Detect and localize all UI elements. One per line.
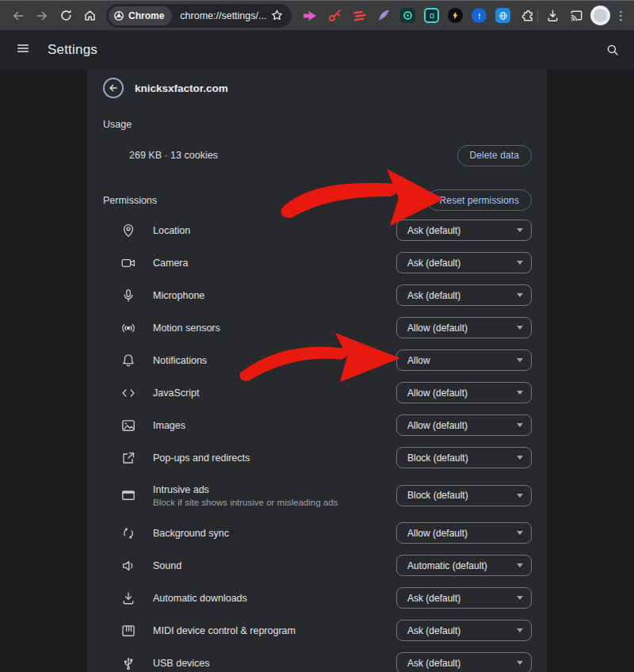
url-chip-label: Chrome bbox=[128, 10, 164, 21]
popup-icon bbox=[120, 450, 136, 466]
permission-selected-value: Ask (default) bbox=[407, 593, 460, 604]
red-key-extension-icon[interactable] bbox=[327, 8, 342, 24]
profile-avatar[interactable] bbox=[588, 4, 612, 28]
permission-label: Pop-ups and redirects bbox=[153, 452, 250, 464]
notifications-icon bbox=[120, 353, 136, 368]
ads-icon bbox=[120, 487, 136, 503]
address-bar[interactable]: Chrome chrome://settings/... bbox=[106, 4, 292, 28]
permission-row-usb: USB devices Ask (default) bbox=[87, 647, 547, 672]
search-icon[interactable] bbox=[605, 43, 620, 60]
permission-select-notifications[interactable]: Allow bbox=[396, 349, 532, 371]
dropdown-caret-icon bbox=[517, 563, 523, 567]
dropdown-caret-icon bbox=[517, 228, 523, 232]
permission-label: Automatic downloads bbox=[153, 593, 247, 604]
back-button[interactable] bbox=[103, 78, 124, 98]
permission-label: JavaScript bbox=[153, 388, 199, 399]
permission-row-camera: Camera Ask (default) bbox=[87, 246, 547, 279]
usage-row: 269 KB · 13 cookies Delete data bbox=[87, 143, 547, 167]
permission-select-popups[interactable]: Block (default) bbox=[396, 447, 532, 468]
purple-feather-extension-icon[interactable] bbox=[376, 8, 391, 24]
permission-selected-value: Allow (default) bbox=[407, 323, 468, 334]
kebab-menu-icon[interactable]: ⋮ bbox=[612, 10, 630, 21]
permission-select-usb[interactable]: Ask (default) bbox=[396, 652, 532, 672]
permissions-section-label: Permissions bbox=[103, 194, 157, 207]
permission-subtitle: Block if site shows intrusive or mislead… bbox=[153, 498, 338, 507]
permission-selected-value: Ask (default) bbox=[407, 658, 460, 669]
permission-row-sound: Sound Automatic (default) bbox=[87, 549, 547, 582]
permission-select-motion-sensors[interactable]: Allow (default) bbox=[396, 317, 532, 338]
back-icon[interactable] bbox=[6, 4, 30, 28]
usage-value: 269 KB · 13 cookies bbox=[129, 150, 218, 161]
permission-select-intrusive-ads[interactable]: Block (default) bbox=[396, 485, 532, 506]
download-arrow-icon bbox=[120, 590, 136, 606]
permission-select-sound[interactable]: Automatic (default) bbox=[396, 555, 532, 576]
location-icon bbox=[120, 223, 136, 239]
dropdown-caret-icon bbox=[517, 531, 523, 535]
site-name: knicksxfactor.com bbox=[135, 82, 228, 94]
home-icon[interactable] bbox=[78, 4, 101, 28]
permission-selected-value: Block (default) bbox=[407, 452, 468, 464]
permission-select-camera[interactable]: Ask (default) bbox=[396, 252, 532, 273]
url-chip: Chrome bbox=[109, 6, 172, 25]
teal-frame-extension-icon[interactable] bbox=[424, 8, 439, 23]
blue-info-extension-icon[interactable] bbox=[472, 8, 487, 23]
dropdown-caret-icon bbox=[517, 456, 523, 460]
usage-section-label: Usage bbox=[103, 118, 531, 131]
cast-icon[interactable] bbox=[564, 4, 588, 28]
permission-label: Microphone bbox=[153, 290, 204, 301]
permission-selected-value: Allow (default) bbox=[407, 420, 468, 431]
star-icon[interactable] bbox=[270, 9, 284, 22]
permission-label: Sound bbox=[153, 560, 181, 571]
extensions-row bbox=[302, 8, 535, 24]
permission-row-location: Location Ask (default) bbox=[87, 214, 547, 246]
dropdown-caret-icon bbox=[517, 391, 523, 395]
permission-select-microphone[interactable]: Ask (default) bbox=[396, 284, 532, 306]
permission-selected-value: Ask (default) bbox=[407, 625, 460, 636]
page-title: Settings bbox=[48, 42, 97, 58]
images-icon bbox=[120, 418, 136, 433]
download-icon[interactable] bbox=[540, 4, 564, 28]
permission-row-javascript: JavaScript Allow (default) bbox=[87, 376, 547, 409]
browser-toolbar: Chrome chrome://settings/... bbox=[0, 0, 634, 30]
teal-ring-extension-icon[interactable] bbox=[400, 8, 415, 23]
reload-icon[interactable] bbox=[54, 4, 78, 28]
menu-icon[interactable] bbox=[16, 41, 30, 59]
dropdown-caret-icon bbox=[517, 494, 523, 498]
permission-row-popups: Pop-ups and redirects Block (default) bbox=[87, 441, 547, 474]
pink-arrow-extension-icon[interactable] bbox=[302, 8, 318, 24]
permission-select-javascript[interactable]: Allow (default) bbox=[396, 382, 532, 403]
dropdown-caret-icon bbox=[517, 423, 523, 427]
blue-globe-extension-icon[interactable] bbox=[495, 8, 510, 23]
sync-icon bbox=[120, 525, 136, 541]
permission-select-automatic-downloads[interactable]: Ask (default) bbox=[396, 587, 532, 609]
lightning-extension-icon[interactable] bbox=[448, 8, 463, 23]
red-stripes-extension-icon[interactable] bbox=[351, 8, 367, 24]
dropdown-caret-icon bbox=[517, 293, 523, 297]
usb-icon bbox=[120, 655, 136, 671]
sound-icon bbox=[120, 558, 136, 574]
permission-row-midi: MIDI device control & reprogram Ask (def… bbox=[87, 614, 547, 647]
permission-select-background-sync[interactable]: Allow (default) bbox=[396, 522, 532, 544]
permission-label: MIDI device control & reprogram bbox=[153, 625, 296, 636]
permissions-header-row: Permissions Reset permissions bbox=[87, 189, 547, 212]
microphone-icon bbox=[120, 288, 136, 304]
permission-label: Location bbox=[153, 225, 190, 236]
forward-icon[interactable] bbox=[30, 4, 54, 28]
motion-sensors-icon bbox=[120, 320, 136, 336]
permission-select-location[interactable]: Ask (default) bbox=[396, 220, 532, 241]
permission-row-automatic-downloads: Automatic downloads Ask (default) bbox=[87, 582, 547, 614]
extensions-puzzle-icon[interactable] bbox=[519, 8, 535, 24]
permission-select-images[interactable]: Allow (default) bbox=[396, 414, 532, 436]
permission-select-midi[interactable]: Ask (default) bbox=[396, 620, 532, 641]
delete-data-button[interactable]: Delete data bbox=[457, 145, 532, 166]
permission-label: Background sync bbox=[153, 528, 229, 539]
permission-selected-value: Allow (default) bbox=[407, 528, 468, 539]
permission-selected-value: Allow bbox=[407, 355, 430, 366]
dropdown-caret-icon bbox=[517, 661, 523, 665]
toolbar-divider bbox=[537, 9, 538, 23]
permission-selected-value: Ask (default) bbox=[407, 225, 460, 236]
reset-permissions-button[interactable]: Reset permissions bbox=[427, 189, 532, 211]
permission-row-notifications: Notifications Allow bbox=[87, 344, 547, 376]
dropdown-caret-icon bbox=[517, 628, 523, 632]
permission-label: Motion sensors bbox=[153, 323, 220, 334]
